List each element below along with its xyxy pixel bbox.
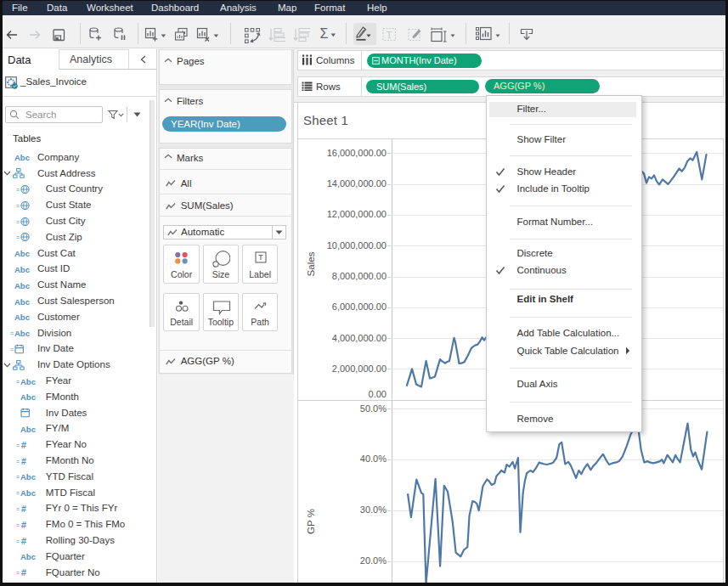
svg-text:Abc: Abc [14,264,30,273]
svg-text:=: = [10,347,14,352]
svg-text:#: # [21,504,26,514]
svg-text:=: = [16,490,20,496]
svg-text:=: = [16,187,20,193]
svg-text:Abc: Abc [14,313,30,322]
svg-text:=: = [16,522,20,528]
svg-text:Abc: Abc [14,280,30,290]
svg-text:Abc: Abc [20,376,36,386]
svg-text:#: # [21,536,26,546]
svg-text:Abc: Abc [14,153,30,162]
svg-text:=: = [16,379,20,385]
svg-text:=: = [16,538,20,544]
svg-text:Abc: Abc [20,552,36,561]
svg-text:=: = [16,474,20,480]
svg-text:=: = [16,219,20,225]
svg-text:#: # [21,440,26,450]
svg-text:#: # [21,520,26,530]
svg-text:Abc: Abc [20,472,36,482]
svg-text:=: = [16,459,20,465]
svg-text:=: = [10,330,14,336]
svg-text:Abc: Abc [14,249,30,258]
svg-text:=: = [16,442,20,448]
svg-text:Abc: Abc [20,392,36,402]
svg-text:=: = [16,506,20,512]
svg-text:#: # [21,456,26,466]
svg-text:=: = [16,570,20,576]
svg-text:=: = [16,234,20,240]
svg-text:Abc: Abc [14,296,30,306]
svg-text:=: = [16,203,20,209]
svg-text:Abc: Abc [20,488,36,498]
svg-text:Abc: Abc [14,329,30,338]
svg-text:Abc: Abc [20,424,36,433]
svg-text:#: # [21,567,26,578]
